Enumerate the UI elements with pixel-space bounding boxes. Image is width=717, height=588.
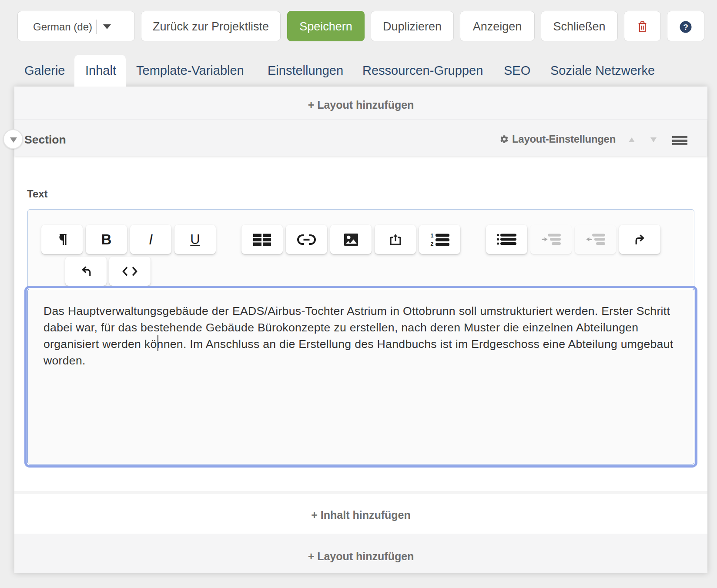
svg-text:?: ? — [683, 23, 688, 32]
svg-text:1: 1 — [430, 233, 433, 239]
svg-text:2: 2 — [430, 241, 433, 246]
